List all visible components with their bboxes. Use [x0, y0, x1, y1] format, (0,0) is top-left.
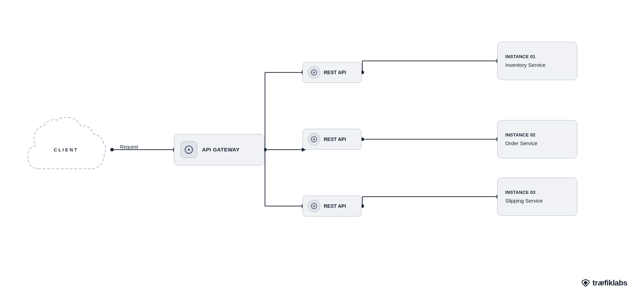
api-gateway-node: API GATEWAY: [174, 134, 264, 165]
instance-node-1: INSTANCE 01 Inventory Service: [497, 42, 577, 80]
client-label: CLIENT: [54, 147, 79, 152]
traefik-logo-icon: [581, 278, 590, 288]
instance-2-title: INSTANCE 02: [505, 132, 536, 137]
instance-node-3: INSTANCE 03 Slipping Service: [497, 178, 577, 216]
svg-line-62: [315, 207, 316, 208]
svg-line-33: [191, 147, 192, 148]
rest-icon-3: [308, 200, 320, 212]
rest-icon-1: [308, 66, 320, 79]
svg-point-46: [313, 139, 315, 140]
svg-point-36: [313, 72, 315, 73]
traefik-logo: træfiklabs: [581, 278, 627, 288]
instance-node-2: INSTANCE 02 Order Service: [497, 120, 577, 158]
svg-line-64: [312, 207, 313, 208]
svg-point-26: [188, 149, 190, 151]
rest-icon-2: [308, 133, 320, 145]
svg-line-34: [186, 151, 187, 152]
svg-line-63: [315, 204, 316, 205]
rest-label-1: REST API: [324, 70, 346, 75]
svg-line-31: [186, 147, 187, 148]
svg-line-43: [315, 71, 316, 71]
svg-line-54: [312, 141, 313, 141]
instance-3-subtitle: Slipping Service: [505, 198, 543, 204]
svg-line-41: [312, 71, 313, 71]
client-cloud: CLIENT: [21, 115, 111, 184]
rest-api-node-2: REST API: [303, 129, 362, 150]
svg-line-32: [191, 151, 192, 152]
rest-label-2: REST API: [324, 136, 346, 142]
svg-line-61: [312, 204, 313, 205]
svg-line-52: [315, 141, 316, 141]
gateway-label: API GATEWAY: [202, 147, 240, 152]
traefik-logo-text: træfiklabs: [593, 278, 627, 288]
rest-api-node-3: REST API: [303, 196, 362, 217]
instance-3-title: INSTANCE 03: [505, 190, 536, 195]
svg-line-51: [312, 137, 313, 138]
rest-label-3: REST API: [324, 203, 346, 209]
svg-line-44: [312, 74, 313, 74]
diagram-container: CLIENT Request API GATEWAY: [0, 0, 644, 299]
gateway-icon: [180, 141, 197, 158]
request-label: Request: [120, 144, 138, 150]
svg-point-56: [313, 205, 315, 207]
rest-api-node-1: REST API: [303, 62, 362, 83]
svg-line-42: [315, 74, 316, 74]
instance-2-subtitle: Order Service: [505, 140, 538, 146]
instance-1-title: INSTANCE 01: [505, 54, 536, 59]
instance-1-subtitle: Inventory Service: [505, 62, 546, 68]
svg-line-53: [315, 137, 316, 138]
